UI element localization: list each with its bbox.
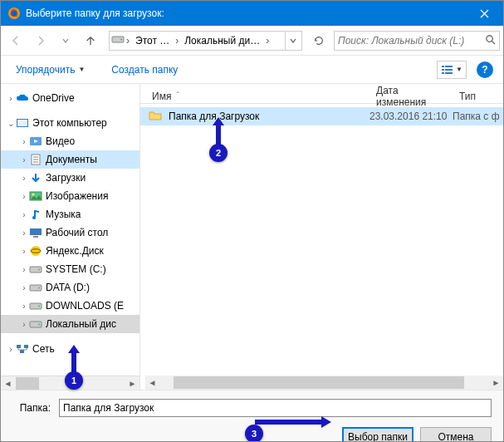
svg-point-25 <box>38 269 40 271</box>
column-headers: Имяˆ Дата изменения Тип <box>140 84 503 104</box>
refresh-button[interactable] <box>309 31 329 51</box>
tree-item-label: Рабочий стол <box>46 227 108 238</box>
tree-item[interactable]: ›OneDrive <box>1 89 139 107</box>
tree-item[interactable]: ›Музыка <box>1 205 139 223</box>
svg-point-22 <box>31 246 41 256</box>
file-list[interactable]: Папка для Загрузок23.03.2016 21:10Папка … <box>140 104 503 376</box>
tree-item[interactable]: ⌄Этот компьютер <box>1 114 139 132</box>
expand-icon[interactable]: › <box>19 210 29 219</box>
view-options-button[interactable]: ▼ <box>437 61 467 79</box>
tree-item-label: Документы <box>46 154 97 165</box>
file-row[interactable]: Папка для Загрузок23.03.2016 21:10Папка … <box>140 107 503 125</box>
horizontal-scrollbar[interactable]: ◄ ► <box>145 376 503 390</box>
search-icon <box>485 34 496 47</box>
tree-item[interactable]: ›DATA (D:) <box>1 278 139 297</box>
tree-item[interactable]: ›Видео <box>1 132 139 150</box>
close-button[interactable] <box>466 1 503 26</box>
address-bar[interactable]: › Этот … › Локальный ди… › <box>109 31 302 51</box>
chevron-right-icon[interactable]: › <box>264 35 271 47</box>
forward-button[interactable] <box>29 31 52 51</box>
expand-icon[interactable]: › <box>6 94 16 103</box>
expand-icon[interactable]: › <box>19 155 29 165</box>
down-icon <box>29 171 42 184</box>
chevron-right-icon[interactable]: › <box>174 35 180 47</box>
tree-item-label: Яндекс.Диск <box>46 245 104 257</box>
svg-rect-34 <box>20 350 24 353</box>
cancel-button[interactable]: Отмена <box>420 427 492 442</box>
tree-item-label: Локальный дис <box>46 318 116 330</box>
scroll-left-icon[interactable]: ◄ <box>145 376 159 389</box>
tree-item[interactable]: ›Рабочий стол <box>1 223 139 242</box>
expand-icon[interactable]: › <box>19 302 29 311</box>
tree-item[interactable]: ›Яндекс.Диск <box>1 242 139 260</box>
expand-icon[interactable]: › <box>19 228 29 238</box>
tree-item-label: Видео <box>46 135 75 147</box>
tree-item[interactable]: ›Загрузки <box>1 169 139 187</box>
drive-icon <box>29 281 42 294</box>
expand-icon[interactable]: › <box>19 137 29 146</box>
tree-item-label: Загрузки <box>46 172 86 184</box>
organize-button[interactable]: Упорядочить▼ <box>11 61 90 79</box>
expand-icon[interactable]: ⌄ <box>6 119 16 128</box>
expand-icon[interactable]: › <box>19 174 29 183</box>
file-list-pane: Имяˆ Дата изменения Тип Папка для Загруз… <box>140 84 503 390</box>
recent-dropdown[interactable] <box>54 31 77 51</box>
expand-icon[interactable]: › <box>19 320 29 329</box>
help-button[interactable]: ? <box>477 61 493 78</box>
column-header-type[interactable]: Тип <box>453 89 503 103</box>
tree-item[interactable]: ›DOWNLOADS (E <box>1 297 139 315</box>
titlebar: Выберите папку для загрузок: <box>1 1 503 26</box>
file-type: Папка с ф <box>453 110 500 122</box>
svg-rect-7 <box>445 66 453 67</box>
chevron-right-icon[interactable]: › <box>125 35 131 47</box>
scrollbar-thumb[interactable] <box>174 376 464 389</box>
address-history-dropdown[interactable] <box>285 32 300 50</box>
video-icon <box>29 135 42 148</box>
svg-point-19 <box>32 216 36 219</box>
breadcrumb-item[interactable]: Локальный ди… <box>180 32 264 50</box>
svg-point-4 <box>487 35 492 41</box>
tree-item[interactable]: ›SYSTEM (C:) <box>1 260 139 278</box>
desktop-icon <box>29 226 42 239</box>
expand-icon[interactable]: › <box>19 283 29 292</box>
cloud-icon <box>16 91 29 105</box>
music-icon <box>29 208 42 221</box>
scrollbar-thumb[interactable] <box>16 377 39 390</box>
window-title: Выберите папку для загрузок: <box>26 7 466 19</box>
tree-item-label: Этот компьютер <box>32 117 107 129</box>
expand-icon[interactable]: › <box>19 192 29 201</box>
search-input[interactable] <box>334 31 500 51</box>
breadcrumb-item[interactable]: Этот … <box>131 32 174 50</box>
folder-name-input[interactable] <box>59 399 492 417</box>
tree-item[interactable]: ›Документы <box>1 150 139 169</box>
column-header-date[interactable]: Дата изменения <box>369 89 453 103</box>
drive-icon <box>111 34 125 47</box>
expand-icon[interactable]: › <box>19 247 29 256</box>
tree-item-label: SYSTEM (C:) <box>46 263 106 275</box>
navigation-bar: › Этот … › Локальный ди… › <box>1 26 503 56</box>
expand-icon[interactable]: › <box>6 345 16 354</box>
docs-icon <box>29 153 42 166</box>
search-field[interactable] <box>338 35 482 47</box>
tree-item-label: Сеть <box>32 343 55 355</box>
svg-rect-33 <box>24 345 28 348</box>
tree-item[interactable]: ›Изображения <box>1 187 139 205</box>
svg-point-29 <box>38 306 40 307</box>
scroll-right-icon[interactable]: ► <box>489 376 503 389</box>
tree-item-label: DATA (D:) <box>46 282 90 293</box>
new-folder-button[interactable]: Создать папку <box>106 61 183 79</box>
select-folder-button[interactable]: Выбор папки <box>342 427 413 442</box>
column-header-name[interactable]: Имяˆ <box>140 89 369 103</box>
up-button[interactable] <box>79 31 102 51</box>
svg-point-18 <box>32 194 35 196</box>
back-button[interactable] <box>4 31 27 51</box>
annotation-badge: 1 <box>65 371 83 390</box>
drive-icon <box>29 299 42 312</box>
svg-rect-32 <box>17 345 21 348</box>
annotation-badge: 2 <box>209 144 228 162</box>
tree-item[interactable]: ›Локальный дис <box>1 315 139 333</box>
drive-icon <box>29 317 42 331</box>
expand-icon[interactable]: › <box>19 265 29 274</box>
drive-icon <box>29 263 42 276</box>
yadisk-icon <box>29 244 42 258</box>
